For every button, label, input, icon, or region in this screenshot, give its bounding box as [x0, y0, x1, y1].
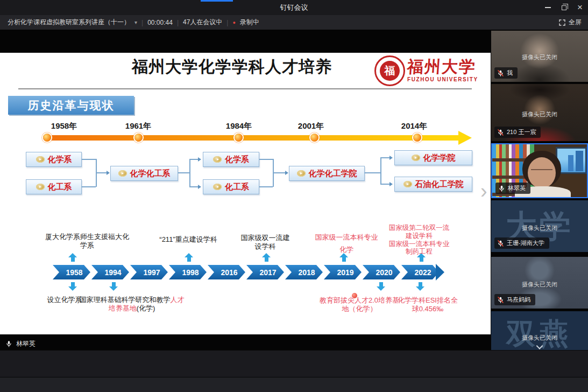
meeting-info-bar: 分析化学课程虚拟教研室系列讲座（十一） ▾ | 00:00:44 | 47人在会… — [0, 15, 588, 30]
timeline-dot — [310, 134, 318, 142]
connector-arrow-icon — [389, 182, 393, 186]
era-year: 1958年 — [51, 121, 77, 131]
timeline-dot — [413, 134, 421, 142]
separator: | — [226, 19, 228, 26]
caret-down-icon[interactable]: ▾ — [134, 19, 137, 25]
milestone-annotation: 教育部拔尖人才2.0培养基 地（化学） — [320, 296, 399, 314]
milestone-annotation: 厦大化学系师生支援福大化 学系 — [45, 233, 129, 250]
meeting-timer: 00:00:44 — [147, 19, 173, 26]
university-name-en: FUZHOU UNIVERSITY — [407, 76, 479, 82]
connector-arrow-icon — [285, 171, 288, 175]
video-tile-participant[interactable]: 摄像头已关闭 马焘妈妈 — [491, 257, 588, 309]
connector-line — [273, 172, 286, 173]
close-button[interactable]: × — [572, 0, 588, 15]
connector-arrow-icon — [198, 185, 201, 189]
video-tile-participant[interactable]: 摄像头已关闭 210 王一宸 — [491, 84, 588, 141]
org-box-chemeng-dept-1: 化工系 — [26, 179, 82, 194]
connector-line — [178, 172, 189, 173]
participant-label: 我 — [494, 67, 518, 79]
window-titlebar: 钉钉会议 × — [0, 0, 588, 15]
timeline-dot — [43, 134, 51, 142]
milestone-segment: 2016 — [208, 265, 245, 279]
video-tile-participant[interactable]: 大学 摄像头已关闭 王珊-湖南大学 — [491, 200, 588, 252]
play-badge-icon — [36, 156, 45, 163]
speaker-glasses — [531, 169, 552, 174]
milestone-annotation: “211”重点建设学科 — [159, 235, 217, 244]
milestone-segment: 2019 — [324, 265, 362, 279]
restore-button[interactable] — [556, 0, 572, 15]
mic-muted-icon — [497, 129, 504, 136]
era-timeline-bar — [43, 135, 458, 141]
separator: | — [141, 19, 143, 26]
connector-arrow-icon — [107, 171, 110, 175]
milestone-segment: 1997 — [130, 265, 168, 279]
connector-line — [259, 186, 273, 187]
play-badge-icon — [297, 170, 306, 177]
laser-pointer-dot — [352, 293, 357, 298]
mic-icon — [5, 340, 12, 347]
milestone-annotation: 国家级双一流建 设学科 — [241, 234, 290, 251]
minimize-icon — [545, 7, 551, 8]
connector-line — [82, 159, 96, 160]
shared-screen-slide: 福州大学化学学科人才培养 福 福州大学 FUZHOU UNIVERSITY 历史… — [0, 53, 491, 334]
down-arrow-icon — [377, 282, 385, 291]
separator: | — [177, 19, 179, 26]
video-tile-me[interactable]: 摄像头已关闭 我 — [491, 31, 588, 82]
org-box-chemistry-dept-1: 化学系 — [26, 152, 82, 167]
org-box-petrochem-college: 石油化工学院 — [394, 177, 472, 192]
play-badge-icon — [213, 156, 222, 163]
connector-line — [365, 172, 380, 173]
milestone-segment: 1994 — [91, 265, 129, 279]
video-tile-active-speaker[interactable]: 林翠英 — [491, 143, 588, 198]
play-badge-icon — [36, 184, 45, 190]
era-year: 2014年 — [401, 121, 427, 131]
connector-line — [380, 157, 381, 184]
mic-muted-icon — [497, 70, 504, 76]
university-name: 福州大学 — [407, 56, 480, 78]
video-tile-participant[interactable]: 双燕 摄像头已关闭 — [491, 311, 588, 350]
play-badge-icon — [412, 155, 420, 161]
era-timeline-arrowhead — [458, 131, 472, 145]
connector-line — [82, 186, 96, 187]
connector-line — [189, 159, 190, 187]
org-box-chem-chemeng-college: 化学化工学院 — [289, 166, 365, 181]
milestone-segment: 2018 — [285, 265, 323, 279]
active-speaker-indicator: 林翠英 — [5, 339, 36, 348]
participant-label: 王珊-湖南大学 — [494, 237, 549, 249]
mic-on-icon — [498, 185, 505, 192]
timeline-dot — [235, 134, 243, 142]
next-slide-arrow[interactable]: › — [480, 181, 487, 201]
minimize-button[interactable] — [540, 0, 556, 15]
play-badge-icon — [213, 184, 222, 190]
milestone-annotation: 国家级一流本科专业 化学 — [315, 232, 378, 256]
timeline-dot — [134, 134, 143, 142]
window-title: 钉钉会议 — [0, 0, 588, 15]
windows-taskbar: e VW 英 19:40 2022/12/9 M 3 — [0, 377, 588, 392]
up-arrow-icon — [68, 253, 77, 262]
participant-label: 210 王一宸 — [494, 127, 541, 138]
connector-arrow-icon — [198, 157, 201, 162]
title-divider — [18, 88, 472, 89]
connector-arrow-icon — [389, 156, 393, 160]
fullscreen-icon — [559, 19, 565, 26]
era-year: 1984年 — [226, 121, 252, 131]
milestone-band-arrowhead — [436, 264, 444, 281]
milestone-segment: 2017 — [246, 265, 284, 279]
mic-muted-icon — [497, 240, 504, 247]
participant-label: 马焘妈妈 — [494, 294, 535, 305]
play-badge-icon — [403, 181, 412, 187]
fullscreen-button[interactable]: 全屏 — [559, 18, 582, 27]
milestone-segment: 1958 — [53, 265, 90, 279]
up-arrow-icon — [262, 253, 271, 262]
meeting-title[interactable]: 分析化学课程虚拟教研室系列讲座（十一） — [8, 18, 130, 27]
recording-dot-icon: ● — [232, 20, 235, 25]
participant-label: 林翠英 — [495, 183, 530, 194]
down-arrow-icon — [68, 282, 77, 291]
mic-muted-icon — [497, 297, 504, 303]
meeting-toolbar: ▾ 取消静音 ▾ 开摄像头 ▾ 邀请 成员(207) ▾ 共享 录制中 会议纪要… — [0, 350, 588, 377]
milestone-annotation: 化学学科ESI排名全 球0.456‰ — [398, 296, 458, 314]
recording-status: 录制中 — [240, 18, 259, 27]
era-year: 1961年 — [125, 121, 151, 131]
org-box-chemistry-college: 化学学院 — [394, 150, 472, 165]
org-box-chem-chemeng-dept: 化学化工系 — [110, 166, 178, 181]
